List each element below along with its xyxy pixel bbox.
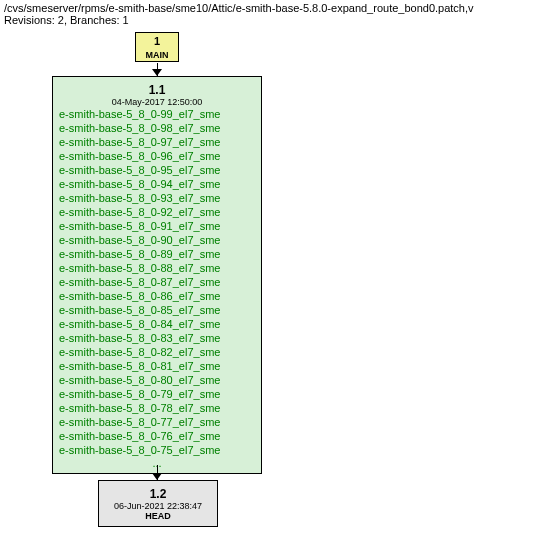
revision-tag-list: e-smith-base-5_8_0-99_el7_smee-smith-bas… xyxy=(57,107,257,457)
revision-tag: e-smith-base-5_8_0-91_el7_sme xyxy=(59,219,255,233)
revision-tag: e-smith-base-5_8_0-92_el7_sme xyxy=(59,205,255,219)
head-label: HEAD xyxy=(99,511,217,523)
revision-node-1-1[interactable]: 1.1 04-May-2017 12:50:00 e-smith-base-5_… xyxy=(52,76,262,474)
revision-tag: e-smith-base-5_8_0-76_el7_sme xyxy=(59,429,255,443)
revision-tag: e-smith-base-5_8_0-84_el7_sme xyxy=(59,317,255,331)
revision-tag: e-smith-base-5_8_0-80_el7_sme xyxy=(59,373,255,387)
revision-tag: e-smith-base-5_8_0-81_el7_sme xyxy=(59,359,255,373)
arrowhead-icon xyxy=(152,473,162,480)
revision-date: 06-Jun-2021 22:38:47 xyxy=(99,501,217,511)
revision-tag: e-smith-base-5_8_0-85_el7_sme xyxy=(59,303,255,317)
revision-tag: e-smith-base-5_8_0-75_el7_sme xyxy=(59,443,255,457)
revision-tag: e-smith-base-5_8_0-88_el7_sme xyxy=(59,261,255,275)
revision-tag: e-smith-base-5_8_0-98_el7_sme xyxy=(59,121,255,135)
revision-tag: e-smith-base-5_8_0-89_el7_sme xyxy=(59,247,255,261)
revision-graph: 1 MAIN 1.1 04-May-2017 12:50:00 e-smith-… xyxy=(0,30,560,530)
revision-tag: e-smith-base-5_8_0-93_el7_sme xyxy=(59,191,255,205)
revision-tag: e-smith-base-5_8_0-97_el7_sme xyxy=(59,135,255,149)
branch-number: 1 xyxy=(136,34,178,48)
revision-node-1-2[interactable]: 1.2 06-Jun-2021 22:38:47 HEAD xyxy=(98,480,218,527)
revision-tag: e-smith-base-5_8_0-99_el7_sme xyxy=(59,107,255,121)
revision-tag: e-smith-base-5_8_0-82_el7_sme xyxy=(59,345,255,359)
revision-number: 1.1 xyxy=(57,80,257,97)
revision-tag: e-smith-base-5_8_0-77_el7_sme xyxy=(59,415,255,429)
file-path: /cvs/smeserver/rpms/e-smith-base/sme10/A… xyxy=(4,2,556,14)
revision-tag: e-smith-base-5_8_0-83_el7_sme xyxy=(59,331,255,345)
branch-name: MAIN xyxy=(136,48,178,62)
revision-tag: e-smith-base-5_8_0-86_el7_sme xyxy=(59,289,255,303)
revision-tag: e-smith-base-5_8_0-79_el7_sme xyxy=(59,387,255,401)
revision-summary: Revisions: 2, Branches: 1 xyxy=(4,14,556,26)
revision-tag: e-smith-base-5_8_0-95_el7_sme xyxy=(59,163,255,177)
revision-tag: e-smith-base-5_8_0-96_el7_sme xyxy=(59,149,255,163)
revision-tag: e-smith-base-5_8_0-78_el7_sme xyxy=(59,401,255,415)
revision-tag: e-smith-base-5_8_0-87_el7_sme xyxy=(59,275,255,289)
revision-date: 04-May-2017 12:50:00 xyxy=(57,97,257,107)
revision-tag: e-smith-base-5_8_0-94_el7_sme xyxy=(59,177,255,191)
arrowhead-icon xyxy=(152,69,162,76)
revision-number: 1.2 xyxy=(99,484,217,501)
branch-node-main[interactable]: 1 MAIN xyxy=(135,32,179,62)
revision-tag: e-smith-base-5_8_0-90_el7_sme xyxy=(59,233,255,247)
